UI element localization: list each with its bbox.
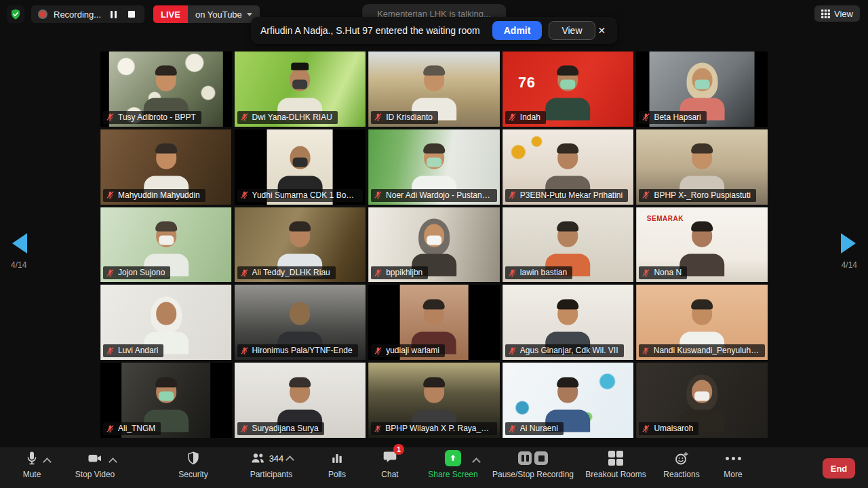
participant-tile[interactable]: BPHP X-_Roro Puspiastuti bbox=[636, 129, 768, 205]
chat-badge: 1 bbox=[393, 444, 404, 455]
muted-mic-icon bbox=[642, 424, 650, 433]
participant-tile[interactable]: Yudhi Sumarna CDK 1 Bogor bbox=[235, 129, 366, 205]
participant-tile[interactable]: BPHP Wilayah X P. Raya_Arif... bbox=[368, 363, 500, 438]
muted-mic-icon bbox=[106, 268, 115, 277]
participant-name: Ai Nuraeni bbox=[520, 424, 558, 433]
participant-name: Nona N bbox=[654, 268, 682, 277]
view-label: View bbox=[834, 9, 853, 19]
more-button[interactable]: More bbox=[709, 449, 757, 486]
participant-tile[interactable]: Suryadijana Surya bbox=[235, 363, 366, 438]
share-screen-button[interactable]: Share Screen bbox=[419, 449, 487, 486]
participant-tile[interactable]: Dwi Yana-DLHK RIAU bbox=[235, 52, 366, 127]
live-destination-label: on YouTube bbox=[195, 9, 242, 20]
participant-tile[interactable]: Beta Hapsari bbox=[636, 52, 768, 127]
stop-video-button[interactable]: Stop Video bbox=[62, 449, 127, 486]
participant-name-tag: Ai Nuraeni bbox=[505, 422, 564, 435]
chat-button[interactable]: 1 Chat bbox=[366, 449, 414, 486]
participant-tile[interactable]: Ali Teddy_DLHK Riau bbox=[235, 207, 366, 283]
muted-mic-icon bbox=[106, 424, 115, 433]
participant-name-tag: Luvi Andari bbox=[103, 344, 163, 357]
participant-grid: Tusy Adibroto - BPPT Dwi Yana-DLHK RIAU bbox=[100, 52, 768, 438]
participant-name-tag: Nandi Kuswandi_Penyuluh K... bbox=[639, 344, 765, 357]
participant-tile[interactable]: 76 Indah bbox=[502, 52, 634, 127]
participant-name-tag: Dwi Yana-DLHK RIAU bbox=[237, 111, 338, 124]
participant-name-tag: Tusy Adibroto - BPPT bbox=[103, 111, 201, 124]
participant-name-tag: Noer Adi Wardojo - Pustanli... bbox=[371, 189, 497, 202]
participant-tile[interactable]: Luvi Andari bbox=[100, 285, 232, 360]
participant-name: Ali Teddy_DLHK Riau bbox=[252, 268, 330, 277]
muted-mic-icon bbox=[642, 113, 650, 121]
participant-tile[interactable]: Mahyuddin Mahyuddin bbox=[100, 129, 232, 205]
previous-page-arrow[interactable] bbox=[12, 233, 27, 253]
microphone-icon bbox=[24, 450, 40, 466]
video-options-chevron[interactable] bbox=[108, 458, 117, 466]
participant-tile[interactable]: Umaisaroh bbox=[636, 363, 768, 438]
view-layout-button[interactable]: View bbox=[814, 5, 860, 22]
admit-button[interactable]: Admit bbox=[492, 21, 542, 40]
participants-options-chevron[interactable] bbox=[285, 455, 294, 464]
participant-name-tag: Indah bbox=[505, 111, 546, 124]
participants-button[interactable]: 344 Participants bbox=[235, 449, 308, 486]
pause-stop-recording-label: Pause/Stop Recording bbox=[492, 470, 574, 479]
pause-recording-button[interactable] bbox=[107, 8, 119, 20]
close-icon[interactable]: ✕ bbox=[595, 22, 609, 39]
waiting-room-notification: Arfiudin A Nadja., S.Hut 97 entered the … bbox=[251, 17, 617, 44]
participant-tile[interactable]: bppikhljbn bbox=[368, 207, 500, 283]
participant-name-tag: Yudhi Sumarna CDK 1 Bogor bbox=[237, 189, 363, 202]
polls-button[interactable]: Polls bbox=[313, 449, 361, 486]
pause-stop-recording-button[interactable]: Pause/Stop Recording bbox=[492, 449, 574, 486]
security-button[interactable]: Security bbox=[163, 449, 224, 486]
shield-check-icon bbox=[9, 8, 22, 20]
muted-mic-icon bbox=[374, 190, 382, 199]
mute-options-chevron[interactable] bbox=[43, 458, 52, 466]
breakout-rooms-button[interactable]: Breakout Rooms bbox=[578, 449, 654, 486]
share-options-chevron[interactable] bbox=[472, 458, 481, 466]
participant-tile[interactable]: yudiaji warlami bbox=[368, 285, 500, 360]
muted-mic-icon bbox=[240, 113, 249, 121]
participant-name: Yudhi Sumarna CDK 1 Bogor bbox=[252, 190, 358, 200]
next-page-arrow[interactable] bbox=[841, 233, 856, 253]
muted-mic-icon bbox=[642, 346, 650, 355]
more-label: More bbox=[724, 470, 742, 479]
stop-recording-button[interactable] bbox=[125, 8, 138, 20]
participant-tile[interactable]: Ai Nuraeni bbox=[502, 363, 634, 438]
breakout-rooms-icon bbox=[608, 451, 623, 466]
mute-button[interactable]: Mute bbox=[8, 449, 56, 486]
participant-name-tag: Nona N bbox=[639, 266, 687, 279]
security-shield-button[interactable] bbox=[7, 5, 24, 23]
muted-mic-icon bbox=[508, 190, 517, 199]
polls-label: Polls bbox=[328, 470, 346, 479]
participant-name: Dwi Yana-DLHK RIAU bbox=[252, 113, 332, 122]
participant-tile[interactable]: Hironimus Pala/YTNF-Ende bbox=[235, 285, 366, 360]
participant-name-tag: BPHP X-_Roro Puspiastuti bbox=[639, 189, 756, 202]
reactions-button[interactable]: Reactions bbox=[652, 449, 711, 486]
pause-stop-recording-icon bbox=[518, 451, 548, 465]
muted-mic-icon bbox=[106, 190, 115, 199]
participant-name-tag: ID Krisdianto bbox=[371, 111, 438, 124]
reactions-label: Reactions bbox=[663, 470, 699, 479]
participant-tile[interactable]: Noer Adi Wardojo - Pustanli... bbox=[368, 129, 500, 205]
participant-tile[interactable]: Jojon Sujono bbox=[100, 207, 232, 283]
page-indicator-left: 4/14 bbox=[11, 260, 26, 270]
participant-tile[interactable]: Agus Ginanjar, Cdk Wil. VII bbox=[502, 285, 634, 360]
participant-tile[interactable]: ID Krisdianto bbox=[368, 52, 500, 127]
view-waiting-room-button[interactable]: View bbox=[549, 21, 595, 40]
participant-tile[interactable]: Nandi Kuswandi_Penyuluh K... bbox=[636, 285, 768, 360]
participant-avatar bbox=[538, 62, 599, 121]
participant-name: Hironimus Pala/YTNF-Ende bbox=[252, 346, 353, 355]
participant-name: Jojon Sujono bbox=[118, 268, 165, 277]
muted-mic-icon bbox=[642, 268, 650, 277]
tile-decoration: SEMARAK bbox=[647, 215, 684, 222]
participant-tile[interactable]: SEMARAK Nona N bbox=[636, 207, 768, 283]
participant-name: Ali_TNGM bbox=[118, 424, 155, 433]
live-destination-dropdown[interactable]: on YouTube bbox=[188, 5, 260, 23]
participant-tile[interactable]: P3EBN-Putu Mekar Prihatini bbox=[502, 129, 634, 205]
participant-tile[interactable]: Ali_TNGM bbox=[100, 363, 232, 438]
participant-name-tag: Hironimus Pala/YTNF-Ende bbox=[237, 344, 358, 357]
participant-tile[interactable]: Tusy Adibroto - BPPT bbox=[100, 52, 232, 127]
participant-tile[interactable]: lawin bastian bbox=[502, 207, 634, 283]
live-stream-indicator: LIVE on YouTube bbox=[153, 5, 260, 23]
end-meeting-button[interactable]: End bbox=[823, 458, 855, 479]
participants-icon bbox=[250, 450, 266, 466]
more-icon bbox=[726, 457, 741, 460]
